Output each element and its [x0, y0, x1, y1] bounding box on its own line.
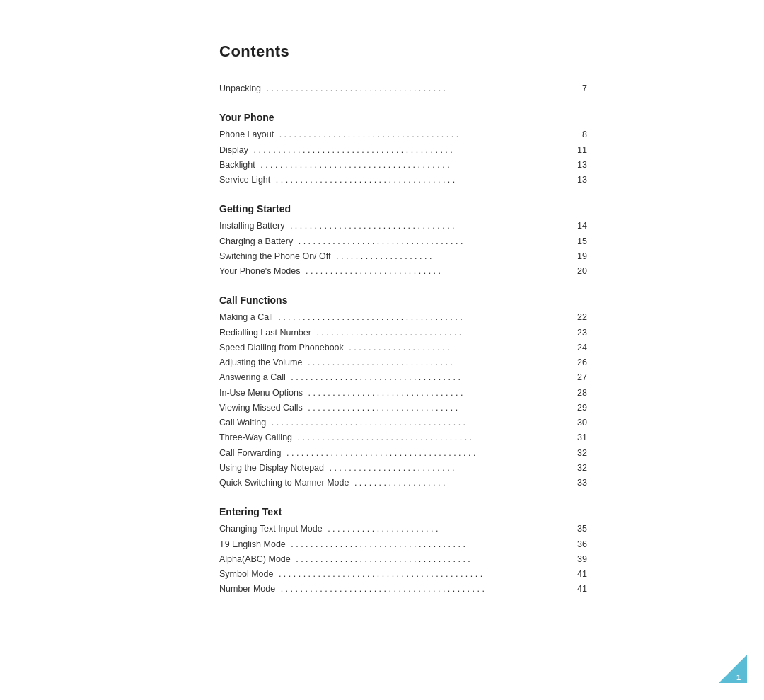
content-area: Contents Unpacking . . . . . . . . . . .…: [219, 42, 587, 658]
toc-label: Symbol Mode: [219, 567, 273, 582]
toc-row-adjusting-volume: Adjusting the Volume . . . . . . . . . .…: [219, 355, 587, 370]
toc-row-installing-battery: Installing Battery . . . . . . . . . . .…: [219, 219, 587, 234]
toc-label: In-Use Menu Options: [219, 386, 303, 401]
toc-page: 39: [577, 552, 587, 567]
toc-dots: . . . . . . . . . . . . . . . . . . . . …: [289, 370, 574, 385]
toc-page: 27: [577, 370, 587, 385]
toc-label: Charging a Battery: [219, 234, 293, 249]
toc-page: 15: [577, 234, 587, 249]
toc-dots: . . . . . . . . . . . . . . . . . . . .: [334, 249, 575, 264]
toc-label: Call Forwarding: [219, 446, 282, 461]
toc-label: Phone Layout: [219, 127, 274, 142]
toc-page: 29: [577, 401, 587, 415]
toc-page-unpacking: 7: [582, 81, 587, 96]
toc-row-symbol-mode: Symbol Mode . . . . . . . . . . . . . . …: [219, 567, 587, 582]
toc-page: 28: [577, 386, 587, 401]
toc-page: 19: [577, 249, 587, 264]
toc-dots: . . . . . . . . . . . . . . . . . . . . …: [269, 415, 574, 430]
toc-label: Answering a Call: [219, 370, 286, 385]
toc-dots: . . . . . . . . . . . . . . . . . . . . …: [306, 401, 574, 415]
section-heading-your-phone: Your Phone: [219, 112, 587, 123]
toc-dots: . . . . . . . . . . . . . . . . . . . . …: [327, 461, 574, 476]
toc-row-speed-dialling: Speed Dialling from Phonebook . . . . . …: [219, 340, 587, 355]
toc-page: 23: [577, 326, 587, 340]
toc-dots: . . . . . . . . . . . . . . . . . . . . …: [305, 355, 574, 370]
toc-label: Call Waiting: [219, 415, 266, 430]
toc-label: Number Mode: [219, 582, 275, 597]
toc-page: 13: [577, 158, 587, 173]
toc-page: 22: [577, 310, 587, 325]
svg-text:1: 1: [736, 673, 741, 682]
toc-row-viewing-missed-calls: Viewing Missed Calls . . . . . . . . . .…: [219, 401, 587, 415]
toc-row-switching-phone: Switching the Phone On/ Off . . . . . . …: [219, 249, 587, 264]
page: Contents Unpacking . . . . . . . . . . .…: [0, 0, 764, 700]
toc-row-display-notepad: Using the Display Notepad . . . . . . . …: [219, 461, 587, 476]
toc-dots: . . . . . . . . . . . . . . . . . . . . …: [314, 326, 574, 340]
toc-dots-unpacking: . . . . . . . . . . . . . . . . . . . . …: [264, 81, 579, 96]
toc-row-phone-layout: Phone Layout . . . . . . . . . . . . . .…: [219, 127, 587, 142]
toc-row-service-light: Service Light . . . . . . . . . . . . . …: [219, 173, 587, 188]
section-heading-getting-started: Getting Started: [219, 203, 587, 214]
toc-label: Your Phone's Modes: [219, 264, 301, 279]
section-heading-entering-text: Entering Text: [219, 506, 587, 517]
toc-row-changing-text-input: Changing Text Input Mode . . . . . . . .…: [219, 522, 587, 537]
toc-label: Viewing Missed Calls: [219, 401, 303, 415]
toc-dots: . . . . . . . . . . . . . . . . . . . . …: [251, 143, 574, 158]
toc-row-charging-battery: Charging a Battery . . . . . . . . . . .…: [219, 234, 587, 249]
svg-marker-0: [719, 655, 747, 683]
toc-dots: . . . . . . . . . . . . . . . . . . . . …: [287, 219, 574, 234]
toc-dots: . . . . . . . . . . . . . . . . . . . . …: [284, 446, 575, 461]
toc-row-number-mode: Number Mode . . . . . . . . . . . . . . …: [219, 582, 587, 597]
toc-label: Switching the Phone On/ Off: [219, 249, 331, 264]
toc-page: 14: [577, 219, 587, 234]
toc-dots: . . . . . . . . . . . . . . . . . . . . …: [273, 173, 574, 188]
toc-label: Using the Display Notepad: [219, 461, 324, 476]
toc-row-redialling: Redialling Last Number . . . . . . . . .…: [219, 326, 587, 340]
page-corner-badge: 1: [719, 655, 747, 683]
toc-label: Service Light: [219, 173, 270, 188]
toc-label-unpacking: Unpacking: [219, 81, 261, 96]
toc-label: Changing Text Input Mode: [219, 522, 323, 537]
toc-dots: . . . . . . . . . . . . . . . . . . . . …: [278, 582, 574, 597]
toc-label: T9 English Mode: [219, 537, 286, 552]
toc-label: Adjusting the Volume: [219, 355, 302, 370]
section-heading-call-functions: Call Functions: [219, 294, 587, 306]
toc-dots: . . . . . . . . . . . . . . . . . . . . …: [325, 522, 574, 537]
toc-dots: . . . . . . . . . . . . . . . . . . . . …: [289, 537, 574, 552]
toc-label: Making a Call: [219, 310, 273, 325]
toc-row-quick-switching: Quick Switching to Manner Mode . . . . .…: [219, 476, 587, 490]
toc-page: 30: [577, 415, 587, 430]
toc-row-backlight: Backlight . . . . . . . . . . . . . . . …: [219, 158, 587, 173]
toc-page: 32: [577, 461, 587, 476]
toc-dots: . . . . . . . . . . . . . . . . . . .: [352, 476, 574, 490]
toc-page: 24: [577, 340, 587, 355]
toc-label: Quick Switching to Manner Mode: [219, 476, 349, 490]
toc-dots: . . . . . . . . . . . . . . . . . . . . …: [303, 264, 575, 279]
toc-page: 41: [577, 582, 587, 597]
toc-row-display: Display . . . . . . . . . . . . . . . . …: [219, 143, 587, 158]
toc-row-call-waiting: Call Waiting . . . . . . . . . . . . . .…: [219, 415, 587, 430]
toc-dots: . . . . . . . . . . . . . . . . . . . . …: [295, 430, 574, 445]
toc-row-unpacking: Unpacking . . . . . . . . . . . . . . . …: [219, 81, 587, 96]
page-title: Contents: [219, 42, 587, 61]
toc-row-making-call: Making a Call . . . . . . . . . . . . . …: [219, 310, 587, 325]
toc-label: Redialling Last Number: [219, 326, 311, 340]
toc-row-call-forwarding: Call Forwarding . . . . . . . . . . . . …: [219, 446, 587, 461]
toc-page: 11: [577, 143, 587, 158]
toc-row-t9-english: T9 English Mode . . . . . . . . . . . . …: [219, 537, 587, 552]
toc-label: Backlight: [219, 158, 255, 173]
toc-dots: . . . . . . . . . . . . . . . . . . . . …: [306, 386, 574, 401]
toc-page: 13: [577, 173, 587, 188]
toc-row-in-use-menu: In-Use Menu Options . . . . . . . . . . …: [219, 386, 587, 401]
toc-page: 35: [577, 522, 587, 537]
toc-dots: . . . . . . . . . . . . . . . . . . . . …: [276, 567, 574, 582]
toc-page: 32: [577, 446, 587, 461]
toc-label: Three-Way Calling: [219, 430, 292, 445]
toc-row-phones-modes: Your Phone's Modes . . . . . . . . . . .…: [219, 264, 587, 279]
toc-row-alpha-abc: Alpha(ABC) Mode . . . . . . . . . . . . …: [219, 552, 587, 567]
toc-label: Installing Battery: [219, 219, 284, 234]
toc-dots: . . . . . . . . . . . . . . . . . . . . …: [277, 127, 579, 142]
toc-page: 33: [577, 476, 587, 490]
toc-page: 41: [577, 567, 587, 582]
toc-row-answering-call: Answering a Call . . . . . . . . . . . .…: [219, 370, 587, 385]
